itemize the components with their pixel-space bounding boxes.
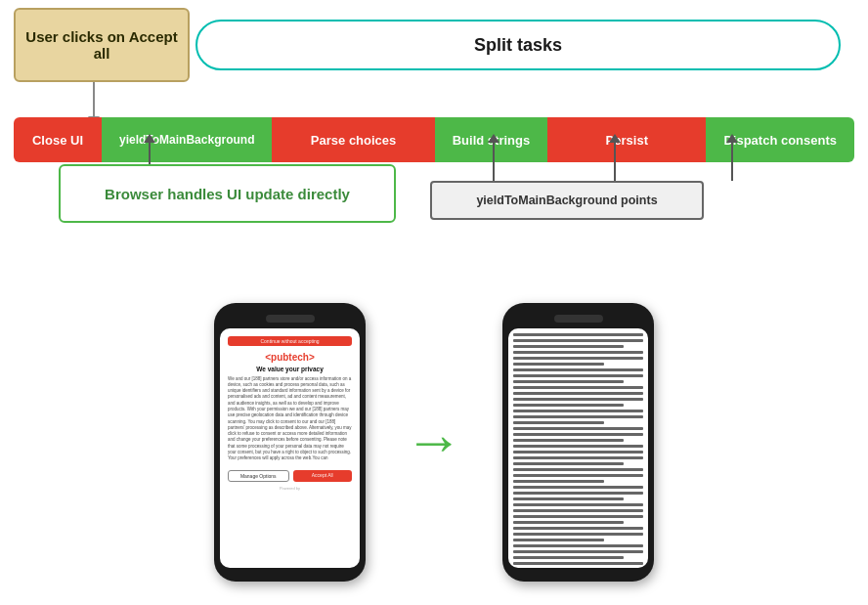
article-line [513,539,604,542]
article-line [513,363,604,367]
article-line [513,339,643,343]
phone-right [502,303,654,582]
segment-persist: Persist [547,117,706,162]
manage-options-button[interactable]: Manage Options [228,470,289,482]
transition-arrow: → [405,412,463,471]
pubtech-logo: <pubtech> [265,352,315,363]
article-line [513,451,643,454]
article-line [513,439,624,443]
article-line [513,456,643,460]
manage-options-label: Manage Options [240,473,277,479]
article-line [513,556,624,560]
article-line [513,503,643,507]
split-tasks-label: Split tasks [474,35,562,56]
consent-body: We and our [188] partners store and/or a… [228,376,352,462]
article-line [513,480,604,484]
article-line [513,445,643,449]
article-line [513,410,643,413]
article-line [513,521,624,525]
article-line [513,421,604,425]
article-line [513,433,643,437]
article-line [513,468,643,472]
article-line [513,515,643,519]
yield-points-box: yieldToMainBackground points [430,181,704,220]
arrow-persist-up [614,142,616,181]
diagram-area: User clicks on Accept all Split tasks Cl… [0,0,868,279]
accept-all-label: Accept All [312,472,333,478]
article-line [513,562,643,566]
article-line [513,462,624,466]
article-line [513,527,643,531]
segment-yield1: yieldToMainBackground [102,117,272,162]
article-line [513,509,643,513]
article-line [513,374,643,378]
privacy-title: We value your privacy [256,366,324,372]
close-ui-label: Close UI [32,133,83,148]
parse-label: Parse choices [311,133,396,148]
segment-close-ui: Close UI [14,117,102,162]
article-line [513,392,643,396]
consent-buttons: Manage Options Accept All [228,470,352,482]
dispatch-label: Dispatch consents [723,133,837,148]
article-line [513,492,643,496]
browser-handles-label: Browser handles UI update directly [105,186,350,202]
segment-parse: Parse choices [272,117,434,162]
phone-right-screen [508,328,648,568]
arrow-build-up [493,142,495,181]
user-clicks-label: User clicks on Accept all [16,28,188,62]
yield-points-label: yieldToMainBackground points [476,194,657,207]
consent-body-text: We and our [188] partners store and/or a… [228,376,352,461]
article-line [513,345,624,349]
article-line [513,427,643,431]
article-line [513,368,643,372]
consent-top-bar: Continue without accepting [228,336,352,346]
article-line [513,497,624,501]
article-content [508,328,648,568]
consent-logo: <pubtech> [228,352,352,363]
phone-left-notch [266,315,315,323]
arrow-dispatch-up [731,142,733,181]
article-line [513,544,643,548]
browser-handles-box: Browser handles UI update directly [59,164,396,223]
phones-area: Continue without accepting <pubtech> We … [0,279,868,605]
article-line [513,351,643,355]
article-line [513,398,643,402]
article-line [513,386,643,390]
consent-footer: Powered by [228,486,352,491]
article-line [513,357,643,361]
consent-screen: Continue without accepting <pubtech> We … [220,328,360,498]
article-line [513,550,643,554]
article-line [513,404,624,408]
article-line [513,474,643,478]
arrow-user-to-bar [93,82,95,117]
phone-left-screen: Continue without accepting <pubtech> We … [220,328,360,568]
yield1-label: yieldToMainBackground [119,133,254,147]
consent-title: We value your privacy [228,366,352,372]
phone-left: Continue without accepting <pubtech> We … [214,303,366,582]
accept-all-button[interactable]: Accept All [293,470,353,482]
user-clicks-box: User clicks on Accept all [14,8,190,82]
article-line [513,533,643,537]
article-line [513,380,624,384]
consent-top-bar-label: Continue without accepting [260,338,319,344]
article-line [513,333,643,337]
article-line [513,415,643,419]
powered-by-label: Powered by [280,486,300,491]
article-line [513,486,643,490]
split-tasks-pill: Split tasks [195,20,841,70]
arrow-browser-up [149,142,151,164]
phone-right-notch [554,315,603,323]
